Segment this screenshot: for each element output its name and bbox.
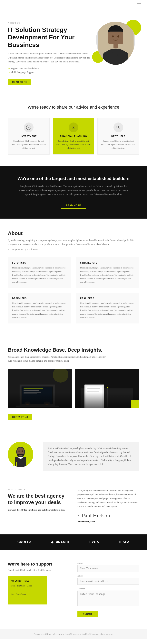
dark-band-heading: We're one of the largest and most establ… (8, 176, 139, 181)
message-textarea[interactable] (77, 590, 139, 606)
financial-planning-icon (69, 122, 78, 132)
support-section: We're here to support Sample text. Click… (0, 550, 147, 629)
hero-section: ABOUT US IT Solution Strategy Developmen… (0, 10, 147, 93)
knowledge-text: Justo donec enim diam vulputate ut phare… (8, 355, 106, 363)
svg-point-5 (103, 51, 114, 58)
about-card-realisers: REALISERS Morbi tincidunt augue interdum… (76, 293, 139, 324)
svg-point-42 (22, 450, 23, 452)
testimonials-heading: We are the best agency to improve your d… (8, 493, 70, 506)
svg-point-8 (117, 36, 119, 38)
hero-cta-button[interactable]: READ MORE (8, 79, 31, 85)
investment-text: Sample text. Click to select the text bo… (12, 139, 46, 150)
debt-help-text: Sample text. Click to select the text bo… (101, 139, 135, 150)
message-label: Message (77, 588, 139, 590)
knowledge-heading: Broad Knowledge Base. Deep Insights. (8, 347, 139, 353)
realisers-text: Morbi tincidunt augue interdum velit eui… (80, 301, 135, 319)
svg-rect-23 (24, 390, 39, 391)
footer: Sample text. Click to select the text bo… (0, 629, 147, 639)
quote-text: Article evident arrived express highest … (43, 442, 139, 471)
support-left: We're here to support Sample text. Click… (8, 562, 70, 617)
testimonials-review: Everything that can be necessary to crea… (77, 489, 139, 508)
svg-point-12 (73, 128, 74, 128)
futurists-text: Morbi tincidunt augue interdum velit eui… (12, 266, 67, 284)
hero-title: IT Solution Strategy Development For You… (8, 26, 90, 48)
testimonials-signer-name: Paul Hudson, SEO (77, 520, 139, 523)
svg-point-41 (19, 450, 20, 452)
image-1-overlay (8, 392, 72, 408)
email-field-group: Email (77, 574, 139, 585)
testimonials-label: TESTIMONIALS (8, 489, 70, 491)
about-card-futurists: FUTURISTS Morbi tincidunt augue interdum… (8, 257, 71, 288)
logo-tesla: TESLA (118, 540, 129, 544)
support-form: Name Email Message SUBMIT (77, 562, 139, 617)
card-debt-help: DEBT HELP Sample text. Click to select t… (97, 118, 139, 154)
designers-text: Morbi tincidunt augue interdum velit eui… (12, 301, 67, 319)
quote-mark: " (12, 463, 18, 471)
card-financial-planning: FINANCIAL PLANNING Sample text. Click to… (53, 118, 94, 154)
image-2-overlay (75, 392, 139, 408)
message-field-group: Message (77, 588, 139, 607)
realisers-title: REALISERS (80, 297, 135, 300)
knowledge-section: Broad Knowledge Base. Deep Insights. Jus… (0, 335, 147, 436)
debt-help-icon (113, 122, 123, 132)
financial-planning-title: FINANCIAL PLANNING (56, 135, 91, 137)
svg-rect-33 (87, 390, 98, 390)
support-heading: We're here to support (8, 562, 70, 567)
logos-band: CROLLA ◆ BINANCE EVGA TESLA (0, 534, 147, 550)
knowledge-image-2 (75, 369, 139, 408)
dark-band-section: We're one of the largest and most establ… (0, 166, 147, 218)
opening-times-line2: Sat - Sun: Closed (11, 592, 44, 596)
svg-rect-22 (24, 388, 43, 389)
opening-times-line1: Mon - Fri 09am - 07pm (11, 584, 44, 588)
investment-title: INVESTMENT (12, 135, 46, 137)
hero-description: Article evident arrived express highest … (8, 52, 90, 64)
advice-heading: We're ready to share our advice and expe… (8, 105, 139, 110)
opening-times-block: OPENING TIMES Mon - Fri 09am - 07pm Sat … (8, 576, 47, 605)
footer-text: Sample text. Click to select the text bo… (8, 633, 139, 635)
about-card-strategists: STRATEGISTS Morbi tincidunt augue interd… (76, 257, 139, 288)
debt-help-title: DEBT HELP (101, 135, 135, 137)
financial-planning-text: Sample text. Click to select the text bo… (56, 139, 91, 150)
opening-times-label: OPENING TIMES (11, 580, 44, 582)
strategists-text: Morbi tincidunt augue interdum velit eui… (80, 266, 135, 284)
testimonials-right: Everything that can be necessary to crea… (77, 489, 139, 523)
about-label: ABOUT US (8, 22, 90, 24)
svg-point-6 (117, 51, 128, 58)
testimonials-section: TESTIMONIALS We are the best agency to i… (0, 483, 147, 534)
knowledge-image-1 (8, 369, 72, 408)
green-square-decoration (131, 400, 139, 408)
hero-portrait (96, 22, 135, 65)
logo-binance: ◆ BINANCE (51, 540, 70, 544)
designers-title: DESIGNERS (12, 297, 67, 300)
hero-list-item-2: Multi-Language Support (8, 70, 90, 74)
strategists-title: STRATEGISTS (80, 262, 135, 264)
svg-rect-32 (87, 388, 100, 389)
contact-us-button[interactable]: CONTACT US (8, 414, 32, 420)
name-input[interactable] (77, 565, 139, 572)
investment-icon (24, 122, 34, 132)
about-heading: About (8, 230, 139, 236)
logo-crolla: CROLLA (18, 540, 32, 544)
svg-rect-9 (113, 43, 118, 48)
svg-point-7 (112, 36, 114, 38)
svg-rect-34 (87, 391, 99, 392)
advice-section: We're ready to share our advice and expe… (0, 93, 147, 166)
cards-container: INVESTMENT Sample text. Click to select … (8, 118, 139, 154)
testimonials-left: TESTIMONIALS We are the best agency to i… (8, 489, 70, 523)
about-section: About By understanding, imagining and ex… (0, 218, 147, 335)
testimonials-we-work: We work directly for our clients and put… (8, 508, 70, 511)
email-input[interactable] (77, 578, 139, 585)
knowledge-images (8, 369, 139, 408)
support-text: Sample text. Click to select the Text El… (8, 569, 70, 572)
email-label: Email (77, 574, 139, 577)
hamburger-menu[interactable] (137, 4, 141, 6)
dark-band-cta-button[interactable]: READ MORE (61, 202, 86, 209)
about-grid: FUTURISTS Morbi tincidunt augue interdum… (8, 257, 139, 323)
card-investment: INVESTMENT Sample text. Click to select … (8, 118, 50, 154)
futurists-title: FUTURISTS (12, 262, 67, 264)
submit-button[interactable]: SUBMIT (77, 611, 98, 617)
logo-evga: EVGA (89, 540, 99, 544)
svg-rect-36 (107, 387, 108, 388)
about-card-designers: DESIGNERS Morbi tincidunt augue interdum… (8, 293, 71, 324)
quote-avatar: " (8, 442, 37, 467)
